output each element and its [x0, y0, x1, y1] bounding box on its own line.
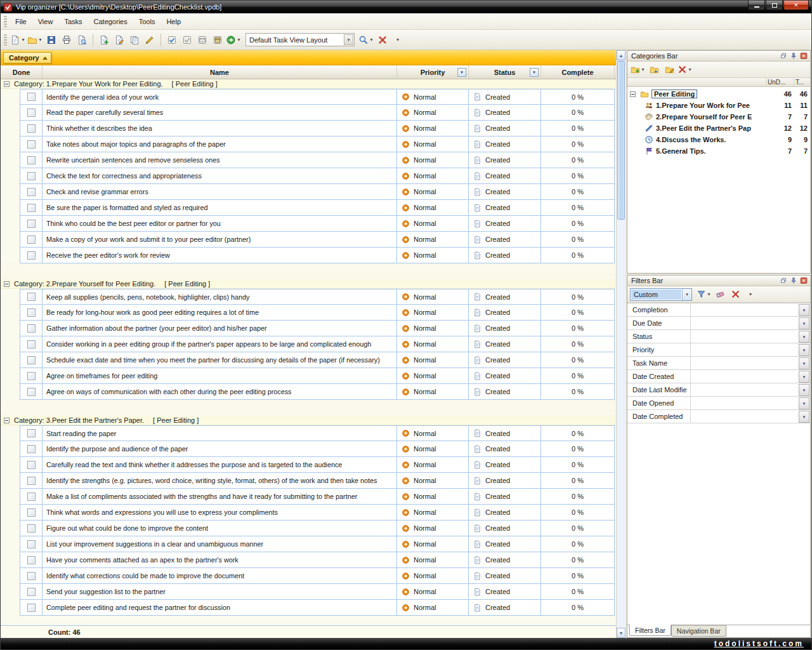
- task-name[interactable]: Think who could be the best peer editor …: [43, 216, 397, 232]
- status-cell[interactable]: Created: [469, 425, 541, 441]
- task-checkbox[interactable]: [27, 524, 36, 533]
- filter-preset-dropdown-icon[interactable]: ▾: [682, 289, 691, 300]
- status-cell[interactable]: Created: [469, 441, 541, 457]
- duplicate-task-button[interactable]: [128, 32, 141, 48]
- task-name[interactable]: Think whether it describes the idea: [43, 121, 397, 136]
- scrollbar-thumb[interactable]: [617, 61, 625, 220]
- category-label[interactable]: 4.Discuss the Works.: [656, 136, 726, 143]
- clear-filter-button[interactable]: [713, 287, 727, 302]
- task-checkbox[interactable]: [27, 93, 36, 101]
- task-checkbox[interactable]: [27, 251, 36, 260]
- status-cell[interactable]: Created: [469, 457, 541, 473]
- task-name[interactable]: Make a copy of your work and submit it t…: [43, 232, 397, 248]
- category-tree-item[interactable]: 4.Discuss the Works.99: [627, 134, 810, 145]
- priority-cell[interactable]: Normal: [397, 425, 469, 441]
- status-cell[interactable]: Created: [469, 600, 541, 616]
- category-label[interactable]: Peer Editing: [652, 90, 697, 98]
- filter-value-field[interactable]: ▾: [691, 410, 810, 423]
- priority-cell[interactable]: Normal: [397, 441, 469, 457]
- status-cell[interactable]: Created: [469, 384, 541, 400]
- priority-cell[interactable]: Normal: [397, 552, 469, 568]
- task-name[interactable]: Have your comments attached as an apex t…: [43, 552, 397, 568]
- status-cell[interactable]: Created: [469, 216, 541, 232]
- task-checkbox[interactable]: [27, 140, 36, 149]
- task-name[interactable]: Read the paper carefully several times: [43, 105, 397, 121]
- mark-incomplete-button[interactable]: [180, 32, 194, 48]
- autohide-button[interactable]: [778, 276, 788, 285]
- category-tree-item[interactable]: 5.General Tips.77: [627, 145, 810, 157]
- task-name[interactable]: Agree on timeframes for peer editing: [43, 368, 397, 384]
- new-file-button[interactable]: ▾: [10, 32, 26, 48]
- collapse-group-icon[interactable]: [4, 81, 10, 87]
- close-panel-button[interactable]: [799, 276, 808, 285]
- filter-dropdown-button[interactable]: ▾: [799, 357, 809, 369]
- scrollbar-track[interactable]: [617, 220, 625, 628]
- priority-cell[interactable]: Normal: [397, 305, 469, 321]
- task-checkbox[interactable]: [27, 445, 36, 453]
- task-checkbox[interactable]: [27, 293, 36, 301]
- task-name[interactable]: Be ready for long-hour work as good peer…: [43, 305, 397, 321]
- pin-button[interactable]: [789, 51, 798, 60]
- maximize-button[interactable]: [766, 1, 783, 10]
- status-cell[interactable]: Created: [469, 121, 541, 136]
- site-link[interactable]: todolistsoft.com: [714, 639, 804, 648]
- column-priority[interactable]: Priority▾: [397, 65, 469, 79]
- status-cell[interactable]: Created: [469, 200, 541, 216]
- close-button[interactable]: ✕: [783, 1, 809, 10]
- column-name[interactable]: Name: [43, 65, 397, 79]
- task-checkbox[interactable]: [27, 204, 36, 212]
- priority-cell[interactable]: Normal: [397, 121, 469, 136]
- filter-value-field[interactable]: ▾: [691, 317, 810, 329]
- priority-cell[interactable]: Normal: [397, 105, 469, 121]
- task-checkbox[interactable]: [27, 124, 36, 133]
- group-header-row[interactable]: Category: 3.Peer Edit the Partner's Pape…: [1, 416, 616, 425]
- task-name[interactable]: Identify the general idea of your work: [43, 89, 397, 105]
- priority-cell[interactable]: Normal: [397, 457, 469, 473]
- task-name[interactable]: Rewrite uncertain sentences and remove s…: [43, 152, 397, 168]
- task-checkbox[interactable]: [27, 220, 36, 228]
- priority-cell[interactable]: Normal: [397, 184, 469, 200]
- column-status[interactable]: Status▾: [469, 65, 541, 79]
- filter-dropdown-button[interactable]: ▾: [799, 317, 809, 329]
- mark-complete-button[interactable]: [165, 32, 179, 48]
- task-view-layout-combo[interactable]: Default Task View Layout▾: [246, 33, 355, 46]
- tab-filters-bar[interactable]: Filters Bar: [629, 625, 671, 636]
- task-checkbox[interactable]: [27, 324, 36, 333]
- task-checkbox[interactable]: [27, 109, 36, 117]
- task-name[interactable]: Take notes about major topics and paragr…: [43, 136, 397, 152]
- filter-dropdown-button[interactable]: ▾: [799, 371, 809, 383]
- task-checkbox[interactable]: [27, 493, 36, 501]
- filter-value-field[interactable]: ▾: [691, 370, 810, 383]
- pin-button[interactable]: [789, 276, 798, 285]
- task-name[interactable]: Gather information about the partner (yo…: [43, 321, 397, 336]
- status-cell[interactable]: Created: [469, 536, 541, 552]
- menu-categories[interactable]: Categories: [88, 15, 133, 29]
- priority-filter-dropdown[interactable]: ▾: [457, 68, 466, 77]
- task-name[interactable]: Figure out what could be done to improve…: [43, 521, 397, 536]
- status-cell[interactable]: Created: [469, 368, 541, 384]
- task-checkbox[interactable]: [27, 556, 36, 564]
- task-checkbox[interactable]: [27, 356, 36, 364]
- filter-dropdown-button[interactable]: ▾: [799, 384, 809, 396]
- category-tree-item[interactable]: Peer Editing4646: [627, 88, 810, 100]
- task-checkbox[interactable]: [27, 372, 36, 380]
- filter-dropdown-button[interactable]: ▾: [799, 411, 809, 423]
- status-cell[interactable]: Created: [469, 136, 541, 152]
- filter-value-field[interactable]: ▾: [691, 303, 810, 316]
- filter-value-field[interactable]: ▾: [691, 330, 810, 343]
- collapse-group-icon[interactable]: [4, 281, 10, 287]
- toolbar-overflow-button[interactable]: ▾: [391, 32, 405, 48]
- task-checkbox[interactable]: [27, 388, 36, 396]
- task-checkbox[interactable]: [27, 461, 36, 469]
- task-name[interactable]: Receive the peer editor's work for revie…: [43, 248, 397, 263]
- menu-tools[interactable]: Tools: [133, 15, 161, 29]
- filter-dropdown-button[interactable]: ▾: [799, 304, 809, 316]
- task-checkbox[interactable]: [27, 572, 36, 580]
- task-name[interactable]: Identify what corrections could be made …: [43, 568, 397, 584]
- send-task-button[interactable]: [195, 32, 209, 48]
- priority-cell[interactable]: Normal: [397, 200, 469, 216]
- group-header-row[interactable]: Category: 1.Prepare Your Work for Peer E…: [1, 79, 616, 89]
- task-name[interactable]: Check the text for correctness and appro…: [43, 168, 397, 184]
- filter-dropdown-button[interactable]: ▾: [799, 344, 809, 356]
- task-checkbox[interactable]: [27, 477, 36, 485]
